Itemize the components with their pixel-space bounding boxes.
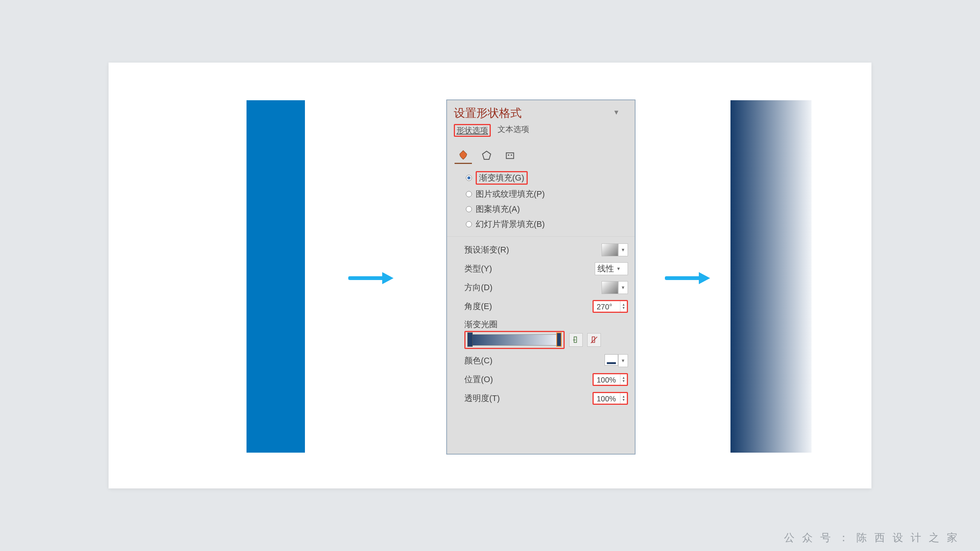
gradient-direction-dropdown[interactable]: ▼ bbox=[618, 281, 628, 294]
radio-slide-background-fill[interactable]: 幻灯片背景填充(B) bbox=[465, 217, 631, 232]
preset-gradient-label: 预设渐变(R) bbox=[465, 244, 509, 256]
fill-line-icon[interactable] bbox=[455, 147, 472, 164]
gradient-direction-label: 方向(D) bbox=[465, 282, 493, 293]
watermark-text: 公众号：陈西设计之家 bbox=[784, 530, 965, 545]
radio-icon bbox=[466, 175, 472, 181]
color-picker[interactable] bbox=[605, 354, 618, 365]
slide-canvas: 设置形状格式 ▼ 形状选项 文本选项 渐变填充(G) bbox=[108, 63, 872, 488]
arrow-icon bbox=[665, 271, 710, 286]
svg-line-9 bbox=[591, 337, 597, 343]
svg-rect-3 bbox=[506, 153, 514, 159]
preset-gradient-dropdown[interactable]: ▼ bbox=[618, 243, 628, 256]
gradient-stops-slider[interactable] bbox=[468, 334, 561, 346]
fill-options: 渐变填充(G) 图片或纹理填充(P) 图案填充(A) 幻灯片背景填充(B) bbox=[447, 167, 635, 234]
remove-gradient-stop-button[interactable] bbox=[587, 333, 601, 347]
tab-shape-options[interactable]: 形状选项 bbox=[454, 124, 491, 137]
transparency-label: 透明度(T) bbox=[465, 393, 500, 404]
gradient-direction-picker[interactable] bbox=[601, 281, 618, 294]
radio-pattern-fill[interactable]: 图案填充(A) bbox=[465, 202, 631, 217]
gradient-type-label: 类型(Y) bbox=[465, 263, 492, 275]
panel-title: 设置形状格式 bbox=[454, 106, 628, 121]
svg-marker-1 bbox=[382, 272, 393, 284]
category-icons bbox=[447, 141, 635, 167]
transparency-input[interactable]: 100% ▲▼ bbox=[592, 392, 628, 405]
position-label: 位置(O) bbox=[465, 374, 493, 385]
spinner-icon[interactable]: ▲▼ bbox=[620, 393, 627, 403]
angle-label: 角度(E) bbox=[465, 301, 492, 312]
color-label: 颜色(C) bbox=[465, 355, 493, 366]
radio-icon bbox=[466, 191, 472, 197]
add-gradient-stop-button[interactable] bbox=[569, 333, 583, 347]
effects-icon[interactable] bbox=[478, 147, 495, 164]
color-dropdown[interactable]: ▼ bbox=[618, 354, 628, 367]
radio-picture-fill[interactable]: 图片或纹理填充(P) bbox=[465, 187, 631, 202]
arrow-icon bbox=[348, 271, 393, 286]
svg-marker-2 bbox=[482, 151, 491, 159]
gradient-fill-shape bbox=[730, 100, 811, 453]
gradient-stops-label: 渐变光圈 bbox=[465, 316, 628, 331]
spinner-icon[interactable]: ▲▼ bbox=[620, 374, 627, 385]
size-properties-icon[interactable] bbox=[501, 147, 519, 164]
gradient-type-select[interactable]: 线性▼ bbox=[595, 262, 628, 275]
solid-fill-shape bbox=[247, 100, 305, 453]
radio-gradient-fill[interactable]: 渐变填充(G) bbox=[465, 169, 631, 187]
angle-input[interactable]: 270° ▲▼ bbox=[592, 300, 628, 313]
radio-icon bbox=[466, 206, 472, 212]
gradient-stop-handle[interactable] bbox=[556, 332, 562, 347]
position-input[interactable]: 100% ▲▼ bbox=[592, 373, 628, 386]
svg-rect-5 bbox=[511, 154, 512, 156]
preset-gradient-picker[interactable] bbox=[601, 243, 618, 256]
tab-text-options[interactable]: 文本选项 bbox=[498, 124, 529, 137]
format-shape-panel: 设置形状格式 ▼ 形状选项 文本选项 渐变填充(G) bbox=[446, 100, 635, 454]
gradient-stop-handle[interactable] bbox=[468, 332, 473, 347]
svg-marker-11 bbox=[699, 272, 710, 284]
chevron-down-icon[interactable]: ▼ bbox=[613, 108, 620, 116]
radio-icon bbox=[466, 221, 472, 227]
svg-rect-4 bbox=[508, 154, 509, 156]
spinner-icon[interactable]: ▲▼ bbox=[620, 301, 627, 312]
